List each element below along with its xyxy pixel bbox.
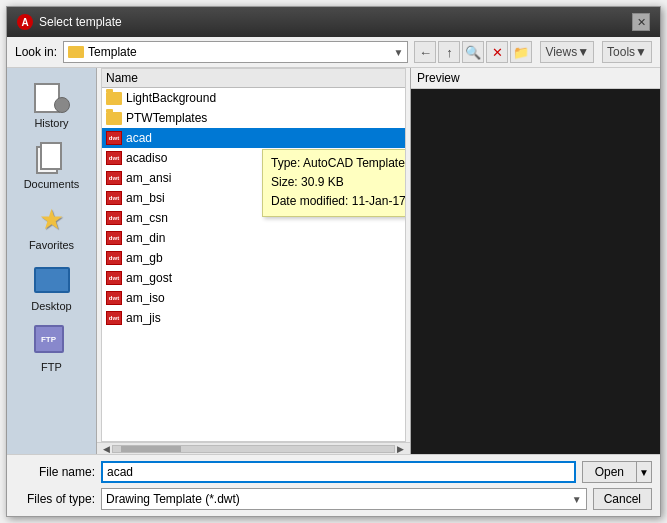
search-button[interactable]: 🔍 bbox=[462, 41, 484, 63]
files-of-type-arrow: ▼ bbox=[572, 494, 582, 505]
file-name: am_din bbox=[126, 231, 165, 245]
title-bar-left: A Select template bbox=[17, 14, 122, 30]
files-of-type-combo[interactable]: Drawing Template (*.dwt) ▼ bbox=[101, 488, 587, 510]
history-icon bbox=[33, 80, 71, 114]
dwt-icon: dwt bbox=[106, 311, 122, 325]
file-list[interactable]: Name LightBackground PTWTemplates dwt ac… bbox=[101, 68, 406, 442]
look-in-value: Template bbox=[88, 45, 389, 59]
folder-icon bbox=[106, 112, 122, 125]
dwt-icon: dwt bbox=[106, 131, 122, 145]
list-item[interactable]: dwt acad bbox=[102, 128, 405, 148]
file-name: LightBackground bbox=[126, 91, 216, 105]
tooltip-type-value: AutoCAD Template bbox=[303, 156, 405, 170]
folder-icon bbox=[106, 92, 122, 105]
file-name: am_gb bbox=[126, 251, 163, 265]
file-tooltip: Type: AutoCAD Template Size: 30.9 KB Dat… bbox=[262, 149, 406, 217]
ftp-icon: FTP bbox=[33, 324, 71, 358]
tooltip-size-value: 30.9 KB bbox=[301, 175, 344, 189]
sidebar-desktop-label: Desktop bbox=[31, 300, 71, 312]
list-item[interactable]: dwt am_gost bbox=[102, 268, 405, 288]
look-in-dropdown-arrow[interactable]: ▼ bbox=[394, 47, 404, 58]
tools-arrow: ▼ bbox=[635, 45, 647, 59]
documents-icon bbox=[33, 141, 71, 175]
name-column-header: Name bbox=[106, 71, 138, 85]
sidebar-item-ftp[interactable]: FTP FTP bbox=[13, 320, 91, 377]
favorites-icon: ★ bbox=[33, 202, 71, 236]
views-arrow: ▼ bbox=[577, 45, 589, 59]
file-name: am_csn bbox=[126, 211, 168, 225]
dwt-icon: dwt bbox=[106, 231, 122, 245]
bottom-section: File name: Open ▼ Files of type: Drawing… bbox=[7, 454, 660, 516]
dwt-icon: dwt bbox=[106, 171, 122, 185]
app-icon: A bbox=[17, 14, 33, 30]
file-name: PTWTemplates bbox=[126, 111, 207, 125]
file-list-header: Name bbox=[102, 69, 405, 88]
dwt-icon: dwt bbox=[106, 151, 122, 165]
list-item[interactable]: dwt am_iso bbox=[102, 288, 405, 308]
list-item[interactable]: dwt am_din bbox=[102, 228, 405, 248]
tooltip-date: Date modified: 11-Jan-17 4:18 PM bbox=[271, 192, 406, 211]
tooltip-type: Type: AutoCAD Template bbox=[271, 154, 406, 173]
open-dropdown-button[interactable]: ▼ bbox=[636, 461, 652, 483]
file-name: acad bbox=[126, 131, 152, 145]
file-name: am_iso bbox=[126, 291, 165, 305]
scrollbar-thumb[interactable] bbox=[121, 446, 181, 452]
tools-label: Tools bbox=[607, 45, 635, 59]
scroll-left-button[interactable]: ◀ bbox=[101, 444, 112, 454]
tools-button[interactable]: Tools ▼ bbox=[602, 41, 652, 63]
scrollbar-track[interactable] bbox=[112, 445, 395, 453]
scroll-right-button[interactable]: ▶ bbox=[395, 444, 406, 454]
files-of-type-value: Drawing Template (*.dwt) bbox=[106, 492, 240, 506]
tooltip-date-label: Date modified: bbox=[271, 194, 348, 208]
file-name: am_ansi bbox=[126, 171, 171, 185]
folder-icon bbox=[68, 46, 84, 58]
look-in-label: Look in: bbox=[15, 45, 57, 59]
file-name-input[interactable] bbox=[101, 461, 576, 483]
preview-panel: Preview bbox=[410, 68, 660, 454]
look-in-combo[interactable]: Template ▼ bbox=[63, 41, 408, 63]
tooltip-date-value: 11-Jan-17 4:18 PM bbox=[352, 194, 406, 208]
back-button[interactable]: ← bbox=[414, 41, 436, 63]
sidebar-item-desktop[interactable]: Desktop bbox=[13, 259, 91, 316]
list-item[interactable]: PTWTemplates bbox=[102, 108, 405, 128]
sidebar-ftp-label: FTP bbox=[41, 361, 62, 373]
list-item[interactable]: LightBackground bbox=[102, 88, 405, 108]
tooltip-size: Size: 30.9 KB bbox=[271, 173, 406, 192]
views-button[interactable]: Views ▼ bbox=[540, 41, 594, 63]
files-of-type-label: Files of type: bbox=[15, 492, 95, 506]
title-bar: A Select template ✕ bbox=[7, 7, 660, 37]
dwt-icon: dwt bbox=[106, 271, 122, 285]
tooltip-type-label: Type: bbox=[271, 156, 300, 170]
file-name: am_bsi bbox=[126, 191, 165, 205]
sidebar-item-documents[interactable]: Documents bbox=[13, 137, 91, 194]
open-button[interactable]: Open bbox=[582, 461, 636, 483]
dialog-select-template: A Select template ✕ Look in: Template ▼ … bbox=[6, 6, 661, 517]
list-item[interactable]: dwt am_gb bbox=[102, 248, 405, 268]
sidebar-history-label: History bbox=[34, 117, 68, 129]
file-name: am_jis bbox=[126, 311, 161, 325]
sidebar-item-favorites[interactable]: ★ Favorites bbox=[13, 198, 91, 255]
file-panel: Name LightBackground PTWTemplates dwt ac… bbox=[97, 68, 410, 454]
cancel-button[interactable]: Cancel bbox=[593, 488, 652, 510]
files-of-type-row: Files of type: Drawing Template (*.dwt) … bbox=[15, 488, 652, 510]
main-content: History Documents ★ Favorites bbox=[7, 68, 660, 454]
close-button[interactable]: ✕ bbox=[632, 13, 650, 31]
file-name-row: File name: Open ▼ bbox=[15, 461, 652, 483]
delete-button[interactable]: ✕ bbox=[486, 41, 508, 63]
dwt-icon: dwt bbox=[106, 251, 122, 265]
sidebar: History Documents ★ Favorites bbox=[7, 68, 97, 454]
toolbar-row: Look in: Template ▼ ← ↑ 🔍 ✕ 📁 Views ▼ To… bbox=[7, 37, 660, 68]
new-folder-button[interactable]: 📁 bbox=[510, 41, 532, 63]
dialog-title: Select template bbox=[39, 15, 122, 29]
preview-label: Preview bbox=[411, 68, 660, 89]
up-button[interactable]: ↑ bbox=[438, 41, 460, 63]
sidebar-documents-label: Documents bbox=[24, 178, 80, 190]
sidebar-item-history[interactable]: History bbox=[13, 76, 91, 133]
dwt-icon: dwt bbox=[106, 211, 122, 225]
desktop-icon bbox=[33, 263, 71, 297]
horizontal-scrollbar[interactable]: ◀ ▶ bbox=[97, 442, 410, 454]
dwt-icon: dwt bbox=[106, 191, 122, 205]
list-item[interactable]: dwt am_jis bbox=[102, 308, 405, 328]
file-name-label: File name: bbox=[15, 465, 95, 479]
file-name: acadiso bbox=[126, 151, 167, 165]
